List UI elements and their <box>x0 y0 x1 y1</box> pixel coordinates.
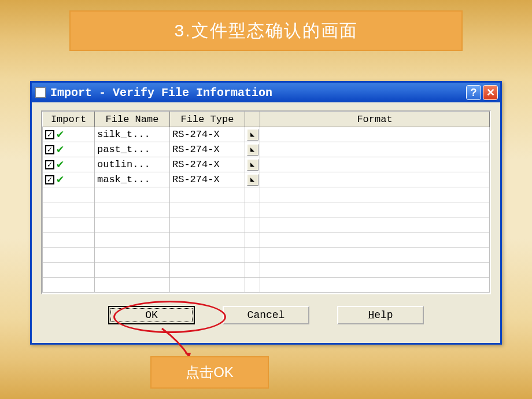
dialog-button-row: OK Cancel Help <box>41 306 491 324</box>
col-header-filetype[interactable]: File Type <box>170 112 245 127</box>
filetype-dropdown-icon[interactable]: ◣ <box>247 144 258 156</box>
filetype-dropdown-icon[interactable]: ◣ <box>247 159 258 171</box>
cell-format <box>260 142 490 157</box>
cancel-button[interactable]: Cancel <box>223 306 309 324</box>
file-table: Import File Name File Type Format ✓✔silk… <box>42 112 490 293</box>
titlebar-close-button[interactable]: ✕ <box>483 85 498 100</box>
slide-title-banner: 3.文件型态确认的画面 <box>69 10 463 51</box>
import-checkbox[interactable]: ✓ <box>45 175 54 184</box>
import-verify-dialog: Import - Verify File Information ? ✕ Imp… <box>30 81 502 345</box>
dialog-title: Import - Verify File Information <box>50 86 464 99</box>
import-checkbox[interactable]: ✓ <box>45 145 54 154</box>
col-header-spacer <box>245 112 260 127</box>
status-ok-icon: ✔ <box>57 144 64 156</box>
annotation-text: 点击OK <box>186 363 234 382</box>
cell-filename: silk_t... <box>95 127 170 142</box>
table-row[interactable]: ✓✔outlin...RS-274-X◣ <box>43 157 490 172</box>
dialog-titlebar: Import - Verify File Information ? ✕ <box>32 83 500 102</box>
table-row-empty <box>43 217 490 232</box>
cell-filename: outlin... <box>95 157 170 172</box>
help-button-label: Help <box>368 309 393 321</box>
cell-format <box>260 127 490 142</box>
annotation-callout: 点击OK <box>150 356 269 389</box>
table-row[interactable]: ✓✔silk_t...RS-274-X◣ <box>43 127 490 142</box>
table-body: ✓✔silk_t...RS-274-X◣✓✔past_t...RS-274-X◣… <box>43 127 490 293</box>
status-ok-icon: ✔ <box>57 174 64 186</box>
filetype-dropdown-icon[interactable]: ◣ <box>247 174 258 186</box>
cell-filetype: RS-274-X <box>170 142 245 157</box>
help-button[interactable]: Help <box>337 306 424 324</box>
status-ok-icon: ✔ <box>57 159 64 171</box>
filetype-dropdown-icon[interactable]: ◣ <box>247 129 258 141</box>
col-header-filename[interactable]: File Name <box>95 112 170 127</box>
table-row[interactable]: ✓✔past_t...RS-274-X◣ <box>43 142 490 157</box>
col-header-import[interactable]: Import <box>43 112 95 127</box>
cell-filetype: RS-274-X <box>170 127 245 142</box>
col-header-format[interactable]: Format <box>260 112 490 127</box>
close-icon: ✕ <box>486 86 495 99</box>
table-row-empty <box>43 278 490 293</box>
dialog-body: Import File Name File Type Format ✓✔silk… <box>32 102 500 331</box>
file-table-container: Import File Name File Type Format ✓✔silk… <box>41 110 491 294</box>
table-row-empty <box>43 202 490 217</box>
cell-filetype: RS-274-X <box>170 172 245 187</box>
table-row-empty <box>43 247 490 263</box>
import-checkbox[interactable]: ✓ <box>45 130 54 139</box>
table-row[interactable]: ✓✔mask_t...RS-274-X◣ <box>43 172 490 187</box>
cell-format <box>260 172 490 187</box>
table-row-empty <box>43 187 490 202</box>
help-icon: ? <box>471 87 477 99</box>
cell-filetype: RS-274-X <box>170 157 245 172</box>
import-checkbox[interactable]: ✓ <box>45 160 54 169</box>
table-row-empty <box>43 263 490 278</box>
ok-button[interactable]: OK <box>108 306 195 324</box>
cell-filename: past_t... <box>95 142 170 157</box>
table-row-empty <box>43 232 490 247</box>
system-menu-icon[interactable] <box>35 87 46 98</box>
titlebar-help-button[interactable]: ? <box>466 85 481 100</box>
cancel-button-label: Cancel <box>247 309 285 321</box>
cell-filename: mask_t... <box>95 172 170 187</box>
table-header-row: Import File Name File Type Format <box>43 112 490 127</box>
cell-format <box>260 157 490 172</box>
ok-button-label: OK <box>145 309 158 321</box>
status-ok-icon: ✔ <box>57 129 64 141</box>
slide-title-text: 3.文件型态确认的画面 <box>174 19 357 43</box>
